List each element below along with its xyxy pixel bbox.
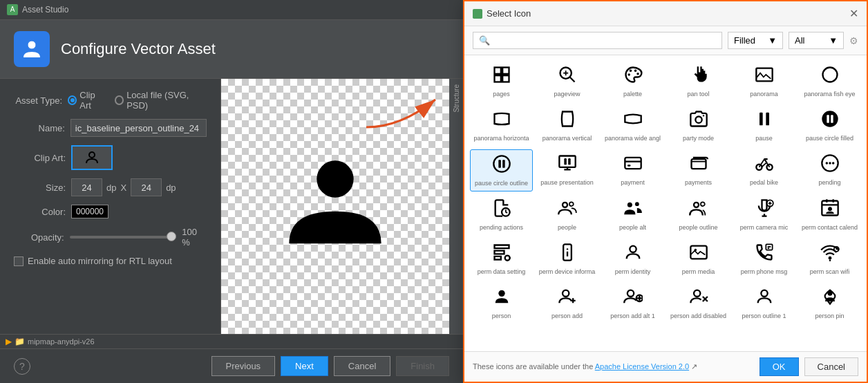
icon-glyph (820, 65, 840, 88)
icon-item-panorama-wide-angl[interactable]: panorama wide angl (601, 105, 664, 147)
name-input[interactable] (70, 119, 207, 137)
clip-art-row: Clip Art: (14, 145, 207, 170)
icon-item-payments[interactable]: payments (667, 149, 730, 192)
icon-label: payments (685, 179, 712, 187)
icon-item-person-pin[interactable]: person pin (798, 283, 861, 324)
icon-item-person-outline-1[interactable]: person outline 1 (733, 283, 795, 324)
dialog-title-bar: Select Icon ✕ (464, 1, 867, 26)
icon-item-people-outline[interactable]: people outline (667, 194, 730, 236)
icon-glyph (558, 153, 577, 176)
color-picker[interactable]: 000000 (71, 205, 108, 218)
icon-label: perm camera mic (740, 224, 789, 232)
icon-item-perm-media[interactable]: perm media (667, 239, 730, 280)
icon-item-perm-contact-calend[interactable]: perm contact calend (798, 194, 861, 236)
finish-button[interactable]: Finish (396, 356, 449, 376)
icon-item-party-mode[interactable]: party mode (667, 105, 730, 147)
icon-glyph (558, 243, 577, 265)
icon-item-pending-actions[interactable]: pending actions (470, 194, 533, 236)
previous-button[interactable]: Previous (211, 356, 276, 376)
category-dropdown[interactable]: All ▼ (789, 32, 844, 49)
icon-label: perm device informa (539, 268, 596, 276)
svg-point-19 (822, 68, 837, 82)
color-value: 000000 (76, 207, 104, 216)
clip-art-radio[interactable]: Clip Art (68, 90, 106, 111)
size-w-unit: dp (106, 183, 116, 193)
dialog-title: Select Icon (487, 8, 531, 19)
icon-item-pause-presentation[interactable]: pause presentation (536, 149, 598, 192)
icon-label: people alt (619, 224, 646, 232)
style-dropdown[interactable]: Filled ▼ (728, 32, 783, 49)
name-label: Name: (14, 123, 65, 133)
icon-label: person pin (815, 312, 844, 320)
icon-item-panorama-horizonta[interactable]: panorama horizonta (470, 105, 533, 147)
icon-item-pause-circle-outline[interactable]: pause circle outline (470, 149, 533, 192)
icon-item-person-add-alt-1[interactable]: person add alt 1 (601, 283, 664, 324)
icon-item-perm-scan-wifi[interactable]: perm scan wifi (798, 239, 861, 280)
icon-item-people[interactable]: people (536, 194, 598, 236)
icon-item-pause-circle-filled[interactable]: pause circle filled (798, 105, 861, 147)
dialog-toolbar: Filled ▼ All ▼ ⚙ (464, 26, 867, 55)
opacity-slider-thumb[interactable] (167, 232, 176, 241)
icon-item-pages[interactable]: pages (470, 61, 533, 102)
header-logo (14, 31, 50, 67)
icon-item-perm-phone-msg[interactable]: perm phone msg (733, 239, 795, 280)
clip-art-button[interactable] (71, 145, 113, 170)
icon-item-pedal-bike[interactable]: pedal bike (733, 149, 795, 192)
icon-label: pause presentation (540, 179, 594, 187)
icon-search-input[interactable] (473, 32, 722, 49)
icon-item-palette[interactable]: palette (601, 61, 664, 102)
icon-item-perm-identity[interactable]: perm identity (601, 239, 664, 280)
icon-item-perm-device-informa[interactable]: perm device informa (536, 239, 598, 280)
cancel-button[interactable]: Cancel (334, 356, 390, 376)
icon-item-pending[interactable]: pending (798, 149, 861, 192)
size-width-input[interactable] (71, 178, 102, 196)
icon-item-panorama-fish-eye[interactable]: panorama fish eye (798, 61, 861, 102)
icon-item-pageview[interactable]: pageview (536, 61, 598, 102)
mirror-checkbox[interactable] (14, 256, 23, 266)
dialog-cancel-button[interactable]: Cancel (804, 357, 858, 376)
category-chevron-icon: ▼ (829, 35, 838, 46)
icon-item-person-add[interactable]: person add (536, 283, 598, 324)
dialog-close-button[interactable]: ✕ (849, 7, 858, 20)
dialog-ok-button[interactable]: OK (760, 357, 799, 376)
icon-glyph (558, 198, 577, 221)
icon-glyph (755, 243, 774, 265)
content-area: Asset Type: Clip Art Local file (SVG, PS… (0, 79, 463, 334)
next-button[interactable]: Next (281, 356, 328, 376)
folder-icon: ▶ (6, 337, 12, 346)
icon-label: pages (493, 91, 510, 98)
local-file-radio-dot[interactable] (115, 95, 124, 105)
icon-item-perm-data-setting[interactable]: perm data setting (470, 239, 533, 280)
icon-glyph (820, 243, 840, 265)
asset-type-label: Asset Type: (14, 95, 62, 106)
icon-item-person-add-disabled[interactable]: person add disabled (667, 283, 730, 324)
svg-point-51 (828, 207, 832, 212)
icon-item-panorama-vertical[interactable]: panorama vertical (536, 105, 598, 147)
icon-glyph (623, 65, 643, 88)
clip-art-label: Clip Art: (14, 153, 66, 163)
icon-item-pan-tool[interactable]: pan tool (667, 61, 730, 102)
svg-point-63 (627, 290, 633, 297)
svg-point-40 (829, 162, 831, 165)
help-button[interactable]: ? (14, 358, 30, 375)
icon-label: person (492, 312, 511, 320)
icon-item-perm-camera-mic[interactable]: perm camera mic (733, 194, 795, 236)
size-height-input[interactable] (131, 178, 162, 196)
apache-license-link[interactable]: Apache License Version 2.0 (595, 362, 689, 371)
icon-item-panorama[interactable]: panorama (733, 61, 795, 102)
size-row: Size: dp X dp (14, 178, 207, 196)
icon-glyph (623, 153, 643, 176)
icon-item-people-alt[interactable]: people alt (601, 194, 664, 236)
app-title: Asset Studio (22, 5, 68, 15)
clip-art-radio-dot[interactable] (68, 95, 77, 105)
header-section: Configure Vector Asset (0, 20, 463, 79)
icon-item-person[interactable]: person (470, 283, 533, 324)
svg-point-27 (493, 156, 509, 171)
icon-glyph (689, 65, 708, 88)
icon-item-payment[interactable]: payment (601, 149, 664, 192)
icon-item-pause[interactable]: pause (733, 105, 795, 147)
opacity-slider[interactable] (70, 236, 177, 239)
icon-grid[interactable]: pagespageviewpalettepan toolpanoramapano… (464, 55, 867, 351)
icon-label: pending actions (480, 224, 523, 232)
local-file-radio[interactable]: Local file (SVG, PSD) (115, 90, 207, 111)
